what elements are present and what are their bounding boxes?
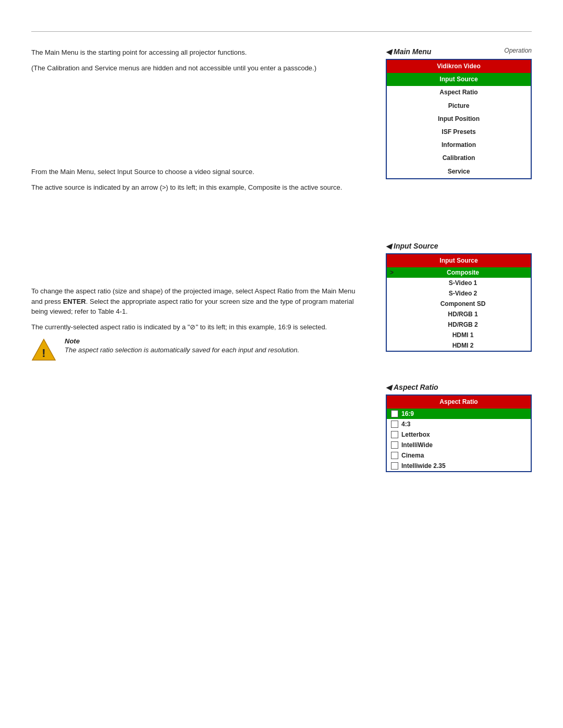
main-menu-item-1: Input Source xyxy=(387,73,531,86)
input-source-label-2: S-Video 2 xyxy=(398,290,528,297)
aspect-ratio-arrow: ◀ xyxy=(386,383,391,391)
input-source-item-2: S-Video 2 xyxy=(387,288,531,299)
top-rule xyxy=(31,31,532,32)
input-source-section: ◀ Input Source Input Source > Composite … xyxy=(386,242,532,352)
section3-para1: To change the aspect ratio (size and sha… xyxy=(31,286,365,317)
ar-label-3: IntelliWide xyxy=(401,441,433,449)
note-icon: ! xyxy=(31,337,56,362)
input-source-label-1: S-Video 1 xyxy=(398,279,528,287)
ar-checkbox-4 xyxy=(391,452,398,459)
page-header: Operation xyxy=(504,47,532,54)
section-aspect-ratio: To change the aspect ratio (size and sha… xyxy=(31,286,365,362)
ar-checkbox-0: ⊘ xyxy=(391,410,398,417)
ar-checkbox-1 xyxy=(391,421,398,428)
section-input-source: From the Main Menu, select Input Source … xyxy=(31,167,365,192)
main-menu-item-3: Picture xyxy=(387,100,531,113)
input-source-label-3: Component SD xyxy=(398,300,528,307)
section2-para2: The active source is indicated by an arr… xyxy=(31,182,365,193)
section1-para2: (The Calibration and Service menus are h… xyxy=(31,63,365,73)
ar-label-1: 4:3 xyxy=(401,421,410,428)
main-menu-section: ◀ Main Menu Vidikron Video Input Source … xyxy=(386,47,532,179)
input-source-label-7: HDMI 2 xyxy=(398,342,528,349)
aspect-ratio-section: ◀ Aspect Ratio Aspect Ratio ⊘ 16:9 4:3 xyxy=(386,383,532,472)
aspect-ratio-item-3: IntelliWide xyxy=(387,440,531,450)
svg-text:!: ! xyxy=(42,347,45,360)
input-source-label-5: HD/RGB 2 xyxy=(398,321,528,328)
left-column: The Main Menu is the starting point for … xyxy=(31,47,365,491)
header-text: Operation xyxy=(504,47,532,54)
aspect-ratio-item-1: 4:3 xyxy=(387,419,531,429)
section2-para1: From the Main Menu, select Input Source … xyxy=(31,167,365,177)
input-source-item-7: HDMI 2 xyxy=(387,340,531,351)
main-menu-item-2: Aspect Ratio xyxy=(387,86,531,99)
page-container: Operation The Main Menu is the starting … xyxy=(0,31,563,728)
ar-label-0: 16:9 xyxy=(401,410,414,417)
ar-label-4: Cinema xyxy=(401,452,424,459)
input-source-title: ◀ Input Source xyxy=(386,242,532,250)
main-menu-item-0: Vidikron Video xyxy=(387,60,531,73)
ar-checkbox-2 xyxy=(391,431,398,438)
main-menu-item-6: Information xyxy=(387,139,531,152)
aspect-ratio-title: ◀ Aspect Ratio xyxy=(386,383,532,391)
input-source-item-1: S-Video 1 xyxy=(387,278,531,288)
note-content: Note The aspect ratio selection is autom… xyxy=(65,337,299,361)
main-menu-title-text: Main Menu xyxy=(394,47,431,56)
aspect-ratio-title-text: Aspect Ratio xyxy=(394,383,438,391)
ar-checkbox-3 xyxy=(391,441,398,449)
note-section: ! Note The aspect ratio selection is aut… xyxy=(31,337,365,362)
section1-para1: The Main Menu is the starting point for … xyxy=(31,47,365,58)
input-source-label-6: HDMI 1 xyxy=(398,331,528,339)
aspect-ratio-item-5: Intelliwide 2.35 xyxy=(387,461,531,471)
note-label: Note xyxy=(65,337,80,345)
aspect-ratio-item-4: Cinema xyxy=(387,450,531,461)
input-source-arrow-0: > xyxy=(390,269,398,276)
aspect-ratio-header: Aspect Ratio xyxy=(387,396,531,409)
input-source-item-3: Component SD xyxy=(387,299,531,309)
right-column: ◀ Main Menu Vidikron Video Input Source … xyxy=(386,47,532,491)
aspect-ratio-item-2: Letterbox xyxy=(387,429,531,440)
input-source-item-5: HD/RGB 2 xyxy=(387,319,531,330)
aspect-ratio-item-0: ⊘ 16:9 xyxy=(387,409,531,419)
main-menu-box: Vidikron Video Input Source Aspect Ratio… xyxy=(386,59,532,179)
main-menu-item-4: Input Position xyxy=(387,113,531,126)
input-source-title-text: Input Source xyxy=(394,242,438,250)
input-source-arrow: ◀ xyxy=(386,242,391,250)
ar-label-2: Letterbox xyxy=(401,431,430,438)
input-source-item-6: HDMI 1 xyxy=(387,330,531,340)
ar-checkbox-5 xyxy=(391,462,398,470)
main-menu-item-7: Calibration xyxy=(387,152,531,165)
section-main-menu: The Main Menu is the starting point for … xyxy=(31,47,365,73)
main-menu-item-8: Service xyxy=(387,165,531,178)
input-source-box: Input Source > Composite S-Video 1 S-Vid… xyxy=(386,253,532,352)
aspect-ratio-box: Aspect Ratio ⊘ 16:9 4:3 Letterbox xyxy=(386,394,532,472)
input-source-item-0: > Composite xyxy=(387,267,531,278)
input-source-label-4: HD/RGB 1 xyxy=(398,311,528,318)
note-text: The aspect ratio selection is automatica… xyxy=(65,345,299,355)
content-area: The Main Menu is the starting point for … xyxy=(31,47,532,491)
ar-label-5: Intelliwide 2.35 xyxy=(401,462,446,470)
section3-para2: The currently-selected aspect ratio is i… xyxy=(31,322,365,332)
input-source-label-0: Composite xyxy=(398,269,528,276)
input-source-item-4: HD/RGB 1 xyxy=(387,309,531,319)
input-source-header: Input Source xyxy=(387,254,531,267)
main-menu-arrow: ◀ xyxy=(386,47,391,56)
main-menu-item-5: ISF Presets xyxy=(387,126,531,139)
